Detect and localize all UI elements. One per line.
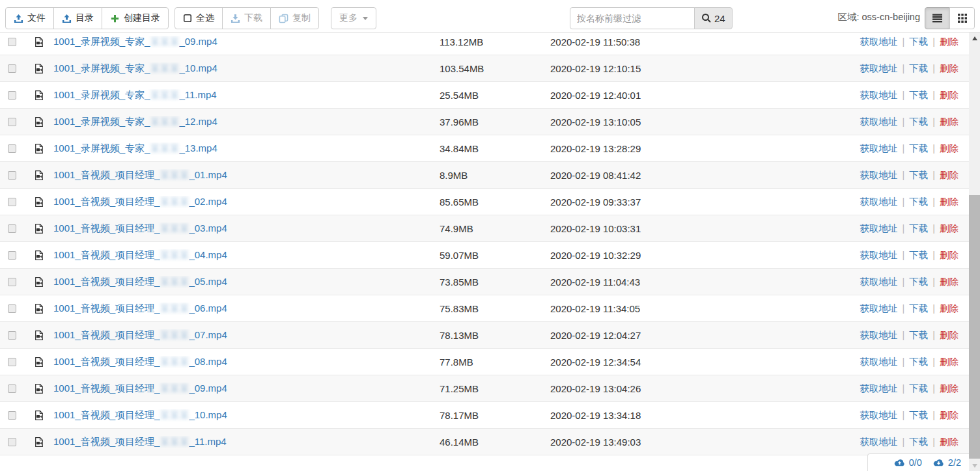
row-checkbox[interactable] (8, 198, 16, 206)
file-name-link[interactable]: 1001_音视频_项目经理_某某某_10.mp4 (53, 409, 227, 420)
get-address-link[interactable]: 获取地址 (860, 170, 897, 180)
delete-link[interactable]: 删除 (940, 36, 959, 47)
download-link[interactable]: 下载 (909, 357, 928, 367)
row-checkbox[interactable] (8, 411, 16, 420)
download-link[interactable]: 下载 (909, 303, 928, 314)
search-input[interactable] (570, 7, 695, 29)
row-checkbox[interactable] (8, 171, 16, 180)
file-name-link[interactable]: 1001_音视频_项目经理_某某某_04.mp4 (53, 249, 227, 260)
delete-link[interactable]: 删除 (940, 357, 959, 367)
file-name-link[interactable]: 1001_音视频_项目经理_某某某_01.mp4 (53, 169, 227, 180)
download-button[interactable]: 下载 (222, 7, 271, 29)
row-checkbox[interactable] (8, 144, 16, 153)
get-address-link[interactable]: 获取地址 (860, 116, 897, 127)
search-button[interactable]: 24 (694, 7, 733, 29)
download-link[interactable]: 下载 (909, 250, 928, 260)
upload-dir-button[interactable]: 目录 (53, 7, 102, 29)
get-address-link[interactable]: 获取地址 (860, 383, 897, 394)
download-link[interactable]: 下载 (909, 143, 928, 154)
delete-link[interactable]: 删除 (940, 250, 959, 260)
get-address-link[interactable]: 获取地址 (860, 303, 897, 314)
file-name-link[interactable]: 1001_音视频_项目经理_某某某_05.mp4 (53, 276, 227, 287)
more-button[interactable]: 更多 (331, 7, 376, 29)
delete-link[interactable]: 删除 (940, 170, 959, 180)
select-all-button[interactable]: 全选 (175, 7, 223, 29)
upload-file-button[interactable]: 文件 (5, 7, 54, 29)
get-address-link[interactable]: 获取地址 (860, 90, 897, 100)
file-name-link[interactable]: 1001_音视频_项目经理_某某某_06.mp4 (53, 303, 227, 314)
download-link[interactable]: 下载 (909, 36, 928, 47)
download-link[interactable]: 下载 (909, 196, 928, 207)
row-checkbox[interactable] (8, 251, 16, 260)
delete-link[interactable]: 删除 (940, 223, 959, 234)
copy-button[interactable]: 复制 (270, 7, 319, 29)
file-name-suffix: _05.mp4 (189, 276, 227, 287)
file-name-link[interactable]: 1001_音视频_项目经理_某某某_08.mp4 (53, 356, 227, 367)
file-name-link[interactable]: 1001_录屏视频_专家_某某某_12.mp4 (53, 116, 217, 127)
row-checkbox[interactable] (8, 224, 16, 233)
file-name-link[interactable]: 1001_音视频_项目经理_某某某_11.mp4 (53, 436, 227, 447)
row-checkbox[interactable] (8, 304, 16, 313)
file-name-link[interactable]: 1001_音视频_项目经理_某某某_09.mp4 (53, 383, 227, 394)
file-name-link[interactable]: 1001_音视频_项目经理_某某某_07.mp4 (53, 329, 227, 340)
delete-link[interactable]: 删除 (940, 383, 959, 394)
row-checkbox[interactable] (8, 278, 16, 286)
get-address-link[interactable]: 获取地址 (860, 330, 897, 340)
row-checkbox[interactable] (8, 438, 16, 446)
file-name-link[interactable]: 1001_音视频_项目经理_某某某_03.mp4 (53, 222, 227, 234)
delete-link[interactable]: 删除 (940, 410, 959, 420)
row-checkbox[interactable] (8, 118, 16, 126)
download-link[interactable]: 下载 (909, 330, 928, 340)
delete-link[interactable]: 删除 (940, 276, 959, 287)
upload-queue-status[interactable]: 0/0 (893, 457, 922, 468)
row-checkbox[interactable] (8, 91, 16, 100)
list-view-button[interactable] (925, 7, 950, 29)
file-name-link[interactable]: 1001_录屏视频_专家_某某某_11.mp4 (53, 89, 217, 100)
file-name-link[interactable]: 1001_录屏视频_专家_某某某_09.mp4 (53, 36, 217, 47)
get-address-link[interactable]: 获取地址 (860, 357, 897, 367)
scrollbar-up-button[interactable] (969, 33, 980, 44)
file-name-link[interactable]: 1001_录屏视频_专家_某某某_13.mp4 (53, 142, 217, 154)
get-address-link[interactable]: 获取地址 (860, 36, 897, 47)
row-checkbox[interactable] (8, 64, 16, 73)
row-checkbox[interactable] (8, 331, 16, 340)
download-link[interactable]: 下载 (909, 90, 928, 100)
delete-link[interactable]: 删除 (940, 437, 959, 447)
download-link[interactable]: 下载 (909, 63, 928, 74)
delete-link[interactable]: 删除 (940, 116, 959, 127)
download-link[interactable]: 下载 (909, 410, 928, 420)
get-address-link[interactable]: 获取地址 (860, 223, 897, 234)
file-name-link[interactable]: 1001_音视频_项目经理_某某某_02.mp4 (53, 196, 227, 207)
scrollbar-thumb[interactable] (969, 195, 980, 459)
row-icon-cell (34, 223, 53, 234)
download-link[interactable]: 下载 (909, 223, 928, 234)
get-address-link[interactable]: 获取地址 (860, 143, 897, 154)
file-name-masked: 某某某 (150, 89, 179, 100)
file-name-link[interactable]: 1001_录屏视频_专家_某某某_10.mp4 (53, 62, 217, 74)
create-dir-button[interactable]: 创建目录 (102, 7, 169, 29)
download-link[interactable]: 下载 (909, 116, 928, 127)
row-checkbox[interactable] (8, 38, 16, 46)
delete-link[interactable]: 删除 (940, 196, 959, 207)
get-address-link[interactable]: 获取地址 (860, 250, 897, 260)
get-address-link[interactable]: 获取地址 (860, 410, 897, 420)
get-address-link[interactable]: 获取地址 (860, 196, 897, 207)
delete-link[interactable]: 删除 (940, 63, 959, 74)
delete-link[interactable]: 删除 (940, 303, 959, 314)
row-checkbox[interactable] (8, 358, 16, 366)
download-link[interactable]: 下载 (909, 170, 928, 180)
scrollbar-down-button[interactable] (969, 460, 980, 471)
delete-link[interactable]: 删除 (940, 143, 959, 154)
delete-link[interactable]: 删除 (940, 90, 959, 100)
download-link[interactable]: 下载 (909, 276, 928, 287)
get-address-link[interactable]: 获取地址 (860, 63, 897, 74)
get-address-link[interactable]: 获取地址 (860, 276, 897, 287)
download-link[interactable]: 下载 (909, 437, 928, 447)
get-address-link[interactable]: 获取地址 (860, 437, 897, 447)
video-file-icon (34, 437, 44, 448)
row-checkbox[interactable] (8, 384, 16, 393)
grid-view-button[interactable] (949, 7, 975, 29)
download-link[interactable]: 下载 (909, 383, 928, 394)
delete-link[interactable]: 删除 (940, 330, 959, 340)
download-queue-status[interactable]: 2/2 (932, 457, 961, 468)
